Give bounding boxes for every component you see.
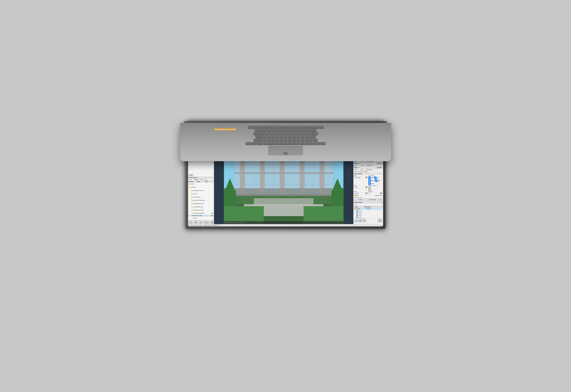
add-preset-button[interactable]: +Add (354, 219, 358, 222)
key-down[interactable] (317, 142, 321, 145)
key-l[interactable] (296, 136, 300, 138)
key-semicolon[interactable] (301, 136, 304, 138)
key-f9[interactable] (286, 126, 290, 128)
clear-measurements-button[interactable]: ✕ Clear (354, 198, 366, 201)
key-y[interactable] (282, 132, 286, 135)
key-lctrl[interactable] (246, 142, 252, 145)
precision-select[interactable]: 0 (368, 193, 383, 194)
file-row[interactable]: ▼📁 04_Floor Plan Backgrou... DWG (188, 212, 214, 215)
key-d[interactable] (271, 136, 275, 138)
key-7[interactable] (284, 129, 288, 132)
key-esc[interactable] (248, 126, 252, 128)
file-row[interactable]: ▶📁 35 VDCO (188, 186, 214, 189)
key-f6[interactable] (273, 126, 277, 128)
tab-library[interactable]: Library (188, 179, 193, 181)
key-right[interactable] (322, 142, 326, 145)
key-b[interactable] (279, 139, 283, 141)
preset-row-level1[interactable]: L Level 1 (354, 210, 383, 212)
key-ralt[interactable] (299, 142, 306, 145)
key-capslock[interactable] (255, 136, 262, 138)
preset-row-level4[interactable]: L Level 4 (354, 216, 383, 218)
key-prt[interactable] (303, 126, 306, 128)
format-select[interactable]: Decimal (354, 193, 368, 194)
key-space[interactable] (264, 142, 299, 145)
key-scr[interactable] (307, 126, 311, 128)
key-5[interactable] (276, 129, 280, 132)
key-j[interactable] (288, 136, 292, 138)
presets-search-input[interactable] (354, 204, 383, 206)
preset-row-level3[interactable]: L Level 3 (354, 214, 383, 216)
file-row[interactable]: ▶📁 01_Master Alignment F... (188, 202, 214, 205)
key-ins[interactable] (315, 126, 319, 128)
key-t[interactable] (277, 132, 281, 135)
delete-button[interactable]: 🗑Delete (210, 221, 214, 224)
key-f7[interactable] (277, 126, 281, 128)
key-x[interactable] (267, 139, 271, 141)
add-tag-button[interactable]: + Add (188, 174, 194, 176)
key-quote[interactable] (305, 136, 309, 138)
key-0[interactable] (297, 129, 301, 132)
key-9[interactable] (293, 129, 297, 132)
file-row[interactable]: ▶📁 Archive (188, 217, 214, 220)
key-rshift[interactable] (305, 139, 314, 141)
key-u[interactable] (286, 132, 290, 135)
key-f[interactable] (275, 136, 279, 138)
midpoint-snap-checkbox[interactable] (368, 179, 371, 182)
key-f4[interactable] (265, 126, 269, 128)
key-w[interactable] (265, 132, 269, 135)
tab-selection[interactable]: Selection (193, 179, 200, 181)
vertex-snap-checkbox[interactable] (368, 177, 371, 179)
settings-button[interactable]: ⚙ (379, 198, 382, 201)
key-m[interactable] (288, 139, 292, 141)
key-lalt[interactable] (257, 142, 264, 145)
key-e[interactable] (269, 132, 273, 135)
key-f5[interactable] (269, 126, 273, 128)
key-n[interactable] (284, 139, 287, 141)
key-left[interactable] (313, 142, 317, 145)
follow-button[interactable]: 👁Follow (194, 221, 198, 224)
edit-preset-button[interactable]: ✏Edit (363, 219, 366, 222)
rotation-input[interactable] (364, 171, 370, 172)
key-f8[interactable] (282, 126, 286, 128)
back-offset-feet-input[interactable] (361, 169, 366, 170)
key-period[interactable] (296, 139, 300, 141)
key-6[interactable] (280, 129, 284, 132)
key-a[interactable] (263, 136, 266, 138)
key-s[interactable] (267, 136, 271, 138)
file-row[interactable]: ▶📁 00_Project Procurement (188, 189, 214, 192)
key-comma[interactable] (292, 139, 296, 141)
key-k[interactable] (292, 136, 296, 138)
preset-row-main[interactable]: ▼ 701814... Exist_Ma... (354, 208, 383, 210)
set-front-button[interactable]: Set Front (377, 163, 382, 164)
key-slash[interactable] (301, 139, 304, 141)
front-offset-inches-input[interactable] (367, 165, 376, 166)
key-f3[interactable] (260, 126, 264, 128)
key-q[interactable] (260, 132, 264, 135)
key-h[interactable] (284, 136, 287, 138)
set-back-button[interactable]: Set Back (377, 167, 382, 168)
file-row[interactable]: ▶📁 02_Site Utilization (188, 196, 214, 199)
key-i[interactable] (290, 132, 294, 135)
key-lbracket[interactable] (303, 132, 306, 135)
key-f2[interactable] (256, 126, 260, 128)
archive-search-input[interactable] (204, 179, 212, 180)
file-row-selected[interactable]: 09122019 Boom Blo... DWG (188, 215, 214, 217)
delete-preset-button[interactable]: 🗑Delete (378, 219, 382, 222)
update-scene-button[interactable]: Update Scene (367, 198, 378, 201)
tab-filter[interactable]: Filter (200, 179, 204, 181)
key-backslash[interactable] (311, 132, 318, 135)
group-preset-button[interactable]: ⊞Group (358, 219, 362, 222)
key-f12[interactable] (299, 126, 302, 128)
units-select[interactable]: Inches (354, 186, 368, 188)
mode-select[interactable]: Point to Point (354, 177, 368, 178)
face-snap-checkbox[interactable] (374, 177, 376, 179)
center-snap-checkbox[interactable] (368, 182, 371, 185)
download-button[interactable]: ⬇Download (203, 221, 210, 224)
object-snap-checkbox[interactable] (375, 179, 377, 182)
back-offset-inches-input[interactable] (367, 169, 376, 170)
key-8[interactable] (288, 129, 292, 132)
key-o[interactable] (294, 132, 298, 135)
front-offset-feet-input[interactable] (361, 165, 366, 166)
key-f1[interactable] (252, 126, 256, 128)
key-fn[interactable] (253, 142, 257, 145)
